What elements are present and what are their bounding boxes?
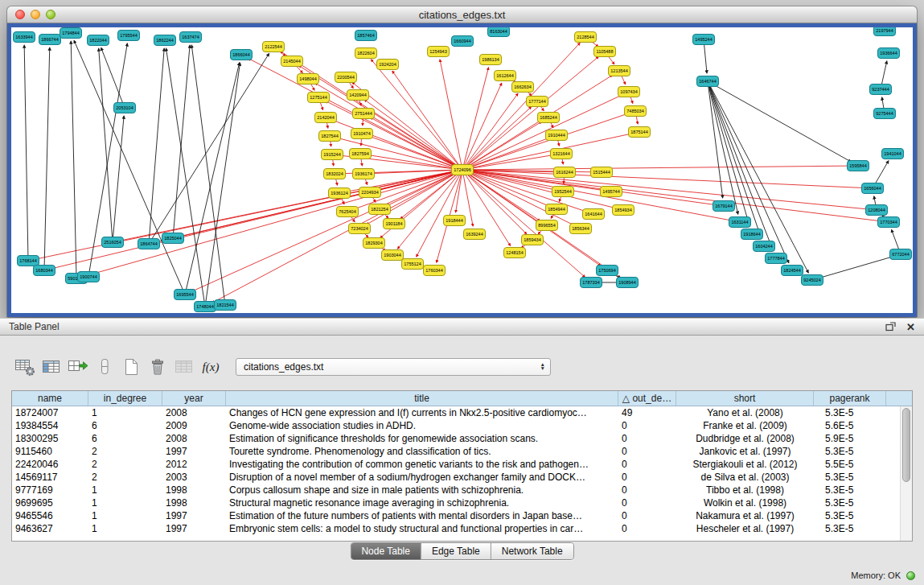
graph-node[interactable]: 1321644	[551, 149, 573, 159]
graph-node[interactable]: 1986134	[480, 55, 502, 65]
table-row[interactable]: 1938455462009Genome-wide association stu…	[12, 419, 912, 432]
graph-node[interactable]: 1639244	[464, 229, 486, 240]
graph-node[interactable]: 1787334	[581, 278, 602, 288]
graph-node[interactable]: 7485034	[625, 106, 647, 117]
table-row[interactable]: 1872400712008Changes of HCN gene express…	[12, 406, 912, 419]
graph-node[interactable]: 1646744	[697, 76, 719, 87]
graph-node[interactable]: 2751444	[353, 109, 375, 119]
graph-node[interactable]: 1616244	[554, 167, 576, 178]
graph-node[interactable]: 1854944	[546, 204, 568, 215]
graph-node[interactable]: 1660944	[452, 36, 474, 47]
graph-node[interactable]: 1495244	[693, 35, 715, 45]
graph-node[interactable]: 1856344	[570, 224, 592, 234]
graph-node[interactable]: 1918644	[741, 229, 763, 240]
graph-node[interactable]: 1875144	[629, 127, 651, 138]
graph-node[interactable]: 1420944	[347, 90, 369, 101]
graph-node[interactable]: 1612644	[495, 71, 516, 81]
graph-node[interactable]: 1515444	[591, 167, 613, 178]
table-mode-icon[interactable]	[94, 356, 115, 377]
graph-node[interactable]: 1857464	[355, 31, 377, 41]
graph-node[interactable]: 1794844	[60, 28, 82, 39]
graph-node[interactable]: 1631144	[729, 217, 751, 228]
graph-node[interactable]: 1662634	[512, 82, 534, 93]
graph-node[interactable]: 9275444	[874, 109, 896, 119]
tab-edge-table[interactable]: Edge Table	[421, 543, 491, 559]
graph-node[interactable]: 1105488	[594, 47, 616, 57]
graph-node[interactable]: 1795544	[118, 31, 140, 41]
graph-node[interactable]: 9237444	[870, 84, 892, 95]
table-vertical-scrollbar[interactable]	[900, 406, 912, 541]
table-row[interactable]: 1830029562008Estimation of significance …	[12, 432, 912, 445]
graph-node[interactable]: 2145044	[281, 56, 303, 67]
graph-node[interactable]: 1495744	[601, 187, 622, 197]
graph-node[interactable]: 1637474	[180, 32, 202, 43]
graph-node[interactable]: 1908944	[617, 278, 639, 288]
graph-node[interactable]: 1498044	[298, 74, 319, 84]
graph-node[interactable]: 1724096	[452, 165, 474, 175]
graph-node[interactable]: 7234024	[349, 224, 371, 234]
graph-node[interactable]: 1604244	[754, 241, 775, 252]
graph-node[interactable]: 1822044	[88, 35, 109, 46]
graph-node[interactable]: 1695544	[175, 290, 196, 300]
graph-node[interactable]: 1248154	[504, 248, 526, 258]
citation-network-graph[interactable]: 1724096212254421450441498044127514421420…	[11, 27, 913, 313]
graph-node[interactable]: 2142044	[315, 113, 337, 123]
graph-node[interactable]: 1900744	[78, 272, 100, 282]
add-column-icon[interactable]	[68, 356, 88, 377]
table-row[interactable]: 946554611997Estimation of the future num…	[12, 509, 912, 522]
table-row[interactable]: 946362711997Embryonic stem cells: a mode…	[12, 522, 912, 535]
scrollbar-thumb[interactable]	[902, 408, 910, 482]
graph-node[interactable]: 1755124	[402, 259, 424, 270]
graph-node[interactable]: 1924204	[377, 60, 399, 70]
graph-node[interactable]: 1750694	[597, 266, 618, 276]
graph-node[interactable]: 1910474	[351, 129, 373, 139]
graph-node[interactable]: 1633944	[14, 32, 35, 43]
graph-node[interactable]: 1829304	[363, 238, 385, 249]
graph-node[interactable]: 1910444	[546, 130, 568, 141]
graph-node[interactable]: 1825044	[162, 233, 184, 244]
graph-node[interactable]: 1864744	[138, 239, 160, 249]
graph-node[interactable]: 1862244	[154, 35, 176, 46]
graph-node[interactable]: 1918444	[444, 216, 466, 226]
graph-node[interactable]: 1208044	[866, 205, 888, 216]
graph-node[interactable]: 1777144	[527, 97, 548, 107]
column-header-out_degree[interactable]: △ out_de…	[618, 391, 676, 406]
close-window-button[interactable]	[15, 10, 25, 19]
column-header-pagerank[interactable]: pagerank	[814, 391, 886, 406]
graph-node[interactable]: 2197944	[874, 27, 896, 36]
graph-node[interactable]: 1656044	[862, 183, 884, 194]
graph-node[interactable]: 1824544	[782, 266, 803, 276]
column-header-year[interactable]: year	[162, 391, 226, 406]
network-table-selector[interactable]: citations_edges.txt ▲ ▼	[236, 358, 551, 376]
graph-node[interactable]: 1254943	[428, 47, 450, 57]
graph-node[interactable]: 1936124	[329, 188, 351, 199]
memory-status-indicator[interactable]	[906, 571, 915, 580]
graph-node[interactable]: 1859434	[522, 235, 544, 245]
column-header-short[interactable]: short	[676, 391, 814, 406]
table-row[interactable]: 1456911722003Disruption of a novel membe…	[12, 471, 912, 484]
graph-node[interactable]: 9245024	[802, 275, 823, 286]
graph-node[interactable]: 1827544	[319, 131, 341, 142]
graph-node[interactable]: 6772044	[890, 249, 912, 260]
graph-node[interactable]: 2516054	[102, 237, 124, 248]
graph-node[interactable]: 1903044	[382, 250, 404, 261]
graph-node[interactable]: 1941044	[882, 149, 904, 159]
graph-node[interactable]: 1777844	[766, 253, 787, 264]
graph-node[interactable]: 1770344	[878, 217, 900, 228]
graph-node[interactable]: 1760344	[424, 266, 446, 276]
table-row[interactable]: 969969511998Structural magnetic resonanc…	[12, 496, 912, 509]
graph-node[interactable]: 8996554	[536, 220, 558, 231]
graph-node[interactable]: 1595844	[848, 161, 869, 171]
graph-node[interactable]: 1936174	[353, 169, 375, 179]
graph-node[interactable]: 1680344	[34, 266, 55, 276]
graph-node[interactable]: 1821254	[369, 204, 391, 215]
zoom-window-button[interactable]	[46, 10, 55, 19]
column-header-name[interactable]: name	[12, 391, 88, 406]
table-row[interactable]: 911546021997Tourette syndrome. Phenomeno…	[12, 445, 912, 458]
graph-node[interactable]: 1827594	[350, 149, 372, 159]
graph-node[interactable]: 1275144	[308, 93, 330, 103]
graph-node[interactable]: 1915244	[322, 150, 343, 160]
float-panel-icon[interactable]	[885, 321, 897, 332]
graph-node[interactable]: 1936644	[878, 48, 900, 59]
graph-node[interactable]: 2053104	[114, 103, 136, 113]
